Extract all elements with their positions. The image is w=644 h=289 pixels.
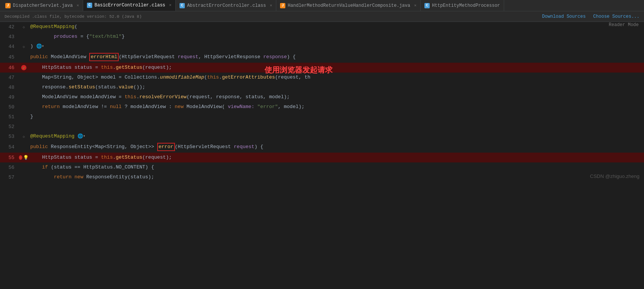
tab-close-icon[interactable]: ×	[270, 3, 272, 8]
code-line-44: 44 ⬦ ) 🌐▾	[0, 42, 644, 51]
code-content-53: @RequestMapping 🌐▾	[29, 131, 644, 141]
gutter-50	[19, 102, 29, 112]
decompiled-info: Decompiled .class file, bytecode version…	[5, 14, 142, 19]
code-content-57: return new ResponseEntity(status);	[29, 172, 644, 182]
code-line-51: 51 }	[0, 112, 644, 122]
java-file-icon: J	[5, 3, 11, 8]
code-line-43: 43 produces = {"text/html"}	[0, 32, 644, 42]
code-content-49: ModelAndView modelAndView = this.resolve…	[29, 92, 644, 102]
gutter-47	[19, 73, 29, 82]
line-num-51: 51	[0, 112, 19, 122]
gutter-44: ⬦	[19, 42, 29, 51]
line-num-55: 55	[0, 153, 19, 162]
code-content-48: response.setStatus(status.value());	[29, 82, 644, 92]
line-num-49: 49	[0, 92, 19, 102]
class-file-icon: C	[87, 3, 92, 8]
gutter-42: ⬦	[19, 22, 29, 32]
line-num-44: 44	[0, 42, 19, 51]
code-line-48: 48 response.setStatus(status.value());	[0, 82, 644, 92]
line-num-42: 42	[0, 22, 19, 32]
gutter-55: ✓ 💡	[19, 153, 29, 162]
class-file-icon: C	[424, 3, 430, 8]
code-content-45: public ModelAndView errorHtml(HttpServle…	[29, 51, 644, 63]
reader-mode-label[interactable]: Reader Mode	[609, 22, 639, 28]
tab-basic-error-controller[interactable]: C BasicErrorController.class ×	[83, 0, 176, 11]
breakpoint-55[interactable]: ✓	[19, 155, 22, 160]
line-num-54: 54	[0, 141, 19, 153]
code-content-55: HttpStatus status = this.getStatus(reque…	[29, 153, 644, 162]
code-content-43: produces = {"text/html"}	[29, 32, 644, 42]
line-num-57: 57	[0, 172, 19, 182]
line-num-53: 53	[0, 131, 19, 141]
tab-label: BasicErrorController.class	[94, 3, 165, 8]
code-area: 使用浏览器发起请求 使用postman发起请求 42 ⬦ @RequestMap…	[0, 22, 644, 182]
class-file-icon: C	[180, 3, 185, 8]
code-content-42: @RequestMapping(	[29, 22, 644, 32]
tab-close-icon[interactable]: ×	[414, 3, 416, 8]
tab-abstract-error-controller[interactable]: C AbstractErrorController.class ×	[176, 0, 276, 11]
gutter-54	[19, 141, 29, 153]
breakpoint-46[interactable]: ✓	[21, 65, 26, 70]
tab-close-icon[interactable]: ×	[169, 3, 172, 8]
tab-handler-method[interactable]: J HandlerMethodReturnValueHandlerComposi…	[276, 0, 421, 11]
code-line-55: 55 ✓ 💡 HttpStatus status = this.getStatu…	[0, 153, 644, 162]
line-num-56: 56	[0, 162, 19, 172]
gutter-52	[19, 122, 29, 131]
gutter-56	[19, 162, 29, 172]
code-content-56: if (status == HttpStatus.NO_CONTENT) {	[29, 162, 644, 172]
tab-label: AbstractErrorController.class	[187, 3, 266, 8]
line-num-43: 43	[0, 32, 19, 42]
code-content-54: public ResponseEntity<Map<String, Object…	[29, 141, 644, 153]
code-content-47: Map<String, Object> model = Collections.…	[29, 73, 644, 82]
line-num-45: 45	[0, 51, 19, 63]
info-bar-actions: Download Sources Choose Sources...	[542, 14, 639, 19]
gutter-57	[19, 172, 29, 182]
line-num-50: 50	[0, 102, 19, 112]
code-line-57: 57 return new ResponseEntity(status);	[0, 172, 644, 182]
tab-dispatcher-servlet[interactable]: J DispatcherServlet.java ×	[2, 0, 83, 11]
code-line-52: 52	[0, 122, 644, 131]
hint-icon-55: 💡	[23, 155, 29, 161]
code-line-45: 45 public ModelAndView errorHtml(HttpSer…	[0, 51, 644, 63]
tab-http-entity[interactable]: C HttpEntityMethodProcessor	[421, 0, 504, 11]
code-line-53: 53 ⬦ @RequestMapping 🌐▾	[0, 131, 644, 141]
info-bar: Decompiled .class file, bytecode version…	[0, 11, 644, 22]
gutter-49	[19, 92, 29, 102]
code-content-51: }	[29, 112, 644, 122]
gutter-45	[19, 51, 29, 63]
gutter-53: ⬦	[19, 131, 29, 141]
line-num-46: 46	[0, 63, 19, 73]
code-line-46: 46 ✓ HttpStatus status = this.getStatus(…	[0, 63, 644, 73]
download-sources-link[interactable]: Download Sources	[542, 14, 585, 19]
code-content-46: HttpStatus status = this.getStatus(reque…	[29, 63, 644, 73]
line-num-48: 48	[0, 82, 19, 92]
csdn-watermark: CSDN @zhiguo.zheng	[590, 173, 639, 179]
line-num-47: 47	[0, 73, 19, 82]
tab-close-icon[interactable]: ×	[76, 3, 79, 8]
line-num-52: 52	[0, 122, 19, 131]
code-content-50: return modelAndView != null ? modelAndVi…	[29, 102, 644, 112]
code-content-44: ) 🌐▾	[29, 42, 644, 51]
tab-label: DispatcherServlet.java	[13, 3, 73, 8]
code-line-54: 54 public ResponseEntity<Map<String, Obj…	[0, 141, 644, 153]
gutter-46: ✓	[19, 63, 29, 73]
tab-label: HandlerMethodReturnValueHandlerComposite…	[288, 3, 410, 8]
gutter-51	[19, 112, 29, 122]
code-line-56: 56 if (status == HttpStatus.NO_CONTENT) …	[0, 162, 644, 172]
code-line-42: 42 ⬦ @RequestMapping(	[0, 22, 644, 32]
java-file-icon: J	[280, 3, 285, 8]
gutter-43	[19, 32, 29, 42]
code-content-52	[29, 122, 644, 131]
tab-bar: J DispatcherServlet.java × C BasicErrorC…	[0, 0, 644, 11]
tab-label: HttpEntityMethodProcessor	[432, 3, 500, 8]
choose-sources-link[interactable]: Choose Sources...	[593, 14, 639, 19]
code-line-49: 49 ModelAndView modelAndView = this.reso…	[0, 92, 644, 102]
code-line-47: 47 Map<String, Object> model = Collectio…	[0, 73, 644, 82]
code-line-50: 50 return modelAndView != null ? modelAn…	[0, 102, 644, 112]
gutter-48	[19, 82, 29, 92]
